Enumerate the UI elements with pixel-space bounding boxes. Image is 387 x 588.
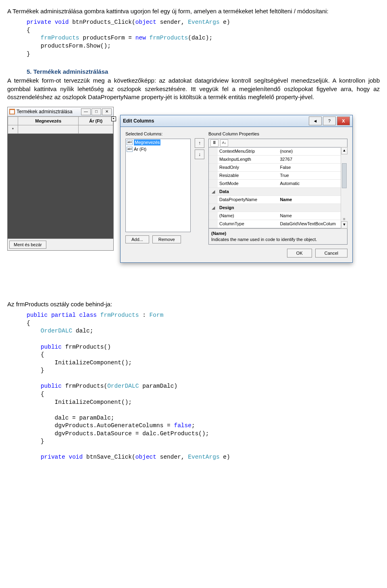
prop-row[interactable]: MaxInputLength32767 — [209, 155, 341, 163]
help-property-desc: Indicates the name used in code to ident… — [211, 237, 345, 243]
kw: void — [69, 454, 83, 460]
kw: public — [41, 383, 62, 389]
grid-col-megnevezes[interactable]: Megnevezés — [18, 117, 79, 125]
frm-products-footer: Ment és bezár — [8, 239, 113, 250]
remove-column-button[interactable]: Remove — [152, 235, 181, 243]
svg-rect-1 — [10, 110, 14, 114]
type: OrderDALC — [107, 383, 139, 389]
dialog-help-button[interactable]: ? — [323, 116, 336, 125]
selected-column-item-ar[interactable]: abl Ár (Ft) — [126, 146, 190, 153]
maximize-button[interactable]: □ — [92, 108, 101, 115]
edit-columns-titlebar[interactable]: Edit Columns ◄ ? X — [121, 115, 352, 127]
selected-column-label: Megnevezés — [134, 139, 160, 145]
grid-empty-area[interactable] — [8, 134, 113, 239]
prop-row[interactable]: (Name)Name — [209, 212, 341, 220]
cancel-button[interactable]: Cancel — [315, 249, 347, 258]
kw: object — [135, 454, 156, 460]
grid-cell[interactable] — [18, 125, 79, 134]
textbox-column-icon: abl — [127, 140, 133, 145]
kw: public — [27, 312, 48, 318]
prop-row[interactable]: ColumnTypeDataGridViewTextBoxColum — [209, 220, 341, 228]
kw: class — [79, 312, 97, 318]
move-down-button[interactable]: ↓ — [195, 150, 204, 159]
selected-columns-list[interactable]: abl Megnevezés abl Ár (Ft) — [125, 139, 191, 232]
kw: public — [41, 344, 62, 350]
prop-row[interactable]: DataPropertyNameName — [209, 195, 341, 204]
scroll-down-button[interactable]: ▼ — [341, 221, 347, 229]
prop-row[interactable]: ContextMenuStrip(none) — [209, 148, 341, 156]
selected-columns-label: Selected Columns: — [125, 131, 191, 137]
frm-products-title: Termékek adminisztrálása — [17, 108, 80, 115]
prop-row[interactable]: SortModeAutomatic — [209, 179, 341, 187]
type: frmProducts — [100, 312, 139, 318]
propertygrid-help: (Name) Indicates the name used in code t… — [208, 229, 347, 245]
bound-properties-section: Bound Column Properties ≣ A↓ ContextMenu… — [208, 131, 347, 245]
bound-properties-label: Bound Column Properties — [208, 131, 347, 137]
datagridview[interactable]: Megnevezés Ár (Ft) * — [8, 116, 113, 239]
code-block-1: private void btnProducts_Click(object se… — [27, 19, 380, 58]
type: frmProducts — [150, 35, 188, 41]
textbox-column-icon: abl — [127, 147, 133, 152]
kw: object — [135, 19, 156, 25]
type: frmProducts — [41, 35, 79, 41]
categorized-view-button[interactable]: ≣ — [210, 139, 218, 147]
type: EventArgs — [188, 19, 219, 25]
type: EventArgs — [188, 454, 219, 460]
dialog-close-button[interactable]: X — [337, 116, 350, 125]
frm-products-titlebar[interactable]: Termékek adminisztrálása — □ ✕ — [8, 107, 113, 116]
edit-columns-dialog: Edit Columns ◄ ? X Selected Columns: abl… — [120, 115, 353, 263]
move-up-button[interactable]: ↑ — [195, 138, 204, 148]
edit-columns-title: Edit Columns — [123, 118, 308, 124]
form-icon — [9, 109, 15, 114]
close-button[interactable]: ✕ — [102, 108, 112, 115]
save-close-button[interactable]: Ment és bezár — [9, 241, 46, 249]
help-property-name: (Name) — [211, 231, 345, 237]
ok-button[interactable]: OK — [287, 249, 312, 258]
kw: private — [27, 19, 51, 25]
grid-corner[interactable] — [8, 117, 18, 125]
collapse-icon[interactable]: ◢ — [209, 204, 218, 212]
kw: partial — [51, 312, 76, 318]
type: OrderDALC — [41, 328, 72, 334]
grid-col-ar[interactable]: Ár (Ft) — [79, 117, 113, 125]
kw: void — [55, 19, 69, 25]
section5-heading: 5. Termékek adminisztrálása — [7, 62, 380, 77]
property-grid[interactable]: ContextMenuStrip(none) MaxInputLength327… — [208, 147, 347, 229]
kw: new — [135, 35, 146, 41]
prop-category-row[interactable]: ◢Data — [209, 187, 341, 195]
code-behind-intro: Az frmProducts osztály code behind-ja: — [7, 300, 380, 308]
scroll-up-button[interactable]: ▲ — [341, 147, 347, 154]
minimize-button[interactable]: — — [81, 108, 91, 115]
type: Form — [150, 312, 164, 318]
dialog-back-button[interactable]: ◄ — [309, 116, 322, 125]
propertygrid-toolbar: ≣ A↓ — [208, 139, 347, 147]
edit-columns-footer: OK Cancel — [125, 245, 347, 258]
scroll-thumb[interactable] — [342, 163, 347, 188]
kw: private — [41, 454, 65, 460]
designer-pin-icon[interactable]: ▸ — [111, 116, 116, 121]
propertygrid-scrollbar[interactable]: ▲ ≡ ▼ — [341, 147, 347, 229]
screenshot-composite: Termékek adminisztrálása — □ ✕ ▸ Megneve… — [7, 107, 380, 284]
grid-cell[interactable] — [79, 125, 113, 134]
selected-column-label: Ár (Ft) — [134, 146, 146, 152]
collapse-icon[interactable]: ◢ — [209, 187, 218, 195]
grid-header-row: Megnevezés Ár (Ft) — [8, 117, 113, 125]
prop-row[interactable]: ReadOnlyFalse — [209, 163, 341, 171]
selected-column-item-megnevezes[interactable]: abl Megnevezés — [126, 139, 190, 146]
kw: false — [174, 422, 191, 429]
reorder-buttons: ↑ ↓ — [195, 138, 204, 245]
grid-new-row[interactable]: * — [8, 125, 113, 134]
frm-products-window: Termékek adminisztrálása — □ ✕ ▸ Megneve… — [7, 107, 114, 251]
section5-paragraph: A termékek form-ot tervezzük meg a követ… — [7, 77, 380, 101]
add-column-button[interactable]: Add... — [125, 235, 149, 243]
grid-row-header[interactable]: * — [8, 125, 18, 134]
prop-category-row[interactable]: ◢Design — [209, 204, 341, 212]
alphabetical-view-button[interactable]: A↓ — [220, 139, 228, 147]
selected-columns-section: Selected Columns: abl Megnevezés abl Ár … — [125, 131, 191, 245]
intro-paragraph: A Termékek adminisztrálása gombra kattin… — [7, 7, 380, 15]
code-block-2: public partial class frmProducts : Form … — [27, 312, 380, 461]
prop-row[interactable]: ResizableTrue — [209, 171, 341, 179]
